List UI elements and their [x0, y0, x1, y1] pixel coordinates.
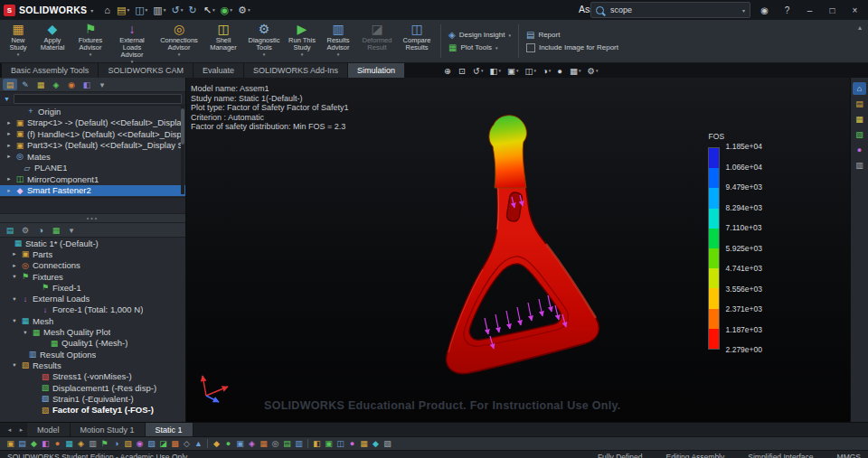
custom-properties-icon[interactable]: ▥ — [853, 159, 866, 172]
close-icon[interactable]: × — [844, 0, 866, 20]
tree-item[interactable]: ▸ ◫ MirrorComponent1 — [0, 173, 185, 185]
status-item[interactable]: MMGS — [837, 453, 861, 458]
tray-tool-icon[interactable]: ▣ — [234, 438, 246, 449]
status-item[interactable]: Editing Assembly — [666, 453, 725, 458]
study-tab[interactable]: Static 1 — [146, 423, 193, 436]
tray-tool-icon[interactable]: ◎ — [269, 438, 281, 449]
print-icon[interactable]: ▥▾ — [150, 2, 168, 18]
ribbon-button[interactable]: ◪ Deformed Result — [358, 21, 396, 61]
tray-tool-icon[interactable]: ▩ — [169, 438, 181, 449]
command-tab[interactable]: SOLIDWORKS Add-Ins — [244, 63, 348, 78]
expander-arrow-icon[interactable]: ▸ — [5, 175, 13, 182]
tree-scrollbar[interactable] — [181, 105, 184, 194]
view-settings-icon[interactable]: ⚙▾ — [584, 64, 600, 77]
zoom-area-icon[interactable]: ⊡ — [456, 64, 469, 77]
tray-tool-icon[interactable]: ▧ — [382, 438, 393, 449]
tree-item[interactable]: ▱ PLANE1 — [0, 163, 185, 174]
view-orientation-icon[interactable]: ▣▾ — [505, 64, 522, 77]
study-plot-icon[interactable]: ▦ — [49, 224, 63, 236]
study-display-icon[interactable]: ◑ — [33, 224, 48, 236]
expander-arrow-icon[interactable]: ▾ — [11, 295, 18, 303]
tree-item[interactable]: ▸ ◆ Smart Fastener2 — [0, 185, 185, 197]
expander-arrow-icon[interactable]: ▸ — [5, 153, 13, 160]
tray-tool-icon[interactable]: ⚑ — [99, 438, 110, 449]
tray-tool-icon[interactable]: ◈ — [75, 438, 87, 449]
tray-tool-icon[interactable]: ▦ — [258, 438, 269, 449]
tray-tool-icon[interactable] — [207, 439, 208, 448]
tree-item[interactable]: ▸ ▣ Parts — [0, 248, 185, 259]
expander-arrow-icon[interactable]: ▸ — [5, 130, 13, 137]
tree-item[interactable]: ▸ ◎ Connections — [0, 260, 185, 271]
options-icon[interactable]: ⚙▾ — [235, 2, 253, 18]
tray-tool-icon[interactable]: ◧ — [311, 438, 323, 449]
panel-splitter[interactable] — [0, 213, 185, 223]
tree-item[interactable]: ▧ Strain1 (-Equivalent-) — [0, 393, 185, 404]
tray-tool-icon[interactable]: ● — [52, 438, 63, 449]
tree-item[interactable]: ▾ ▧ Results — [0, 360, 185, 370]
search-input[interactable] — [609, 5, 738, 15]
expander-arrow-icon[interactable]: ▾ — [11, 317, 18, 324]
tree-item[interactable]: ▧ Displacement1 (-Res disp-) — [0, 382, 185, 393]
study-options-icon[interactable]: ▾ — [64, 224, 79, 236]
tree-item[interactable]: ▾ ▦ Mesh — [0, 315, 185, 326]
select-icon[interactable]: ↖▾ — [201, 2, 218, 18]
tray-tool-icon[interactable]: ◇ — [181, 438, 193, 449]
status-item[interactable]: Fully Defined — [598, 453, 643, 458]
ribbon-button[interactable]: ◫ Compare Results — [398, 21, 436, 61]
study-settings-icon[interactable]: ⚙ — [18, 224, 33, 236]
tray-tool-icon[interactable]: ▤ — [281, 438, 293, 449]
ribbon-button[interactable]: ◆ Apply Material — [34, 21, 71, 61]
command-tab[interactable]: SOLIDWORKS CAM — [99, 63, 193, 78]
filter-input[interactable] — [14, 94, 182, 104]
display-manager-icon[interactable]: ◉ — [64, 79, 79, 90]
zoom-fit-icon[interactable]: ⊕ — [441, 64, 455, 77]
tree-item[interactable]: ▾ ↓ External Loads — [0, 293, 185, 304]
file-explorer-icon[interactable]: ▦ — [853, 113, 866, 126]
pane-options-icon[interactable]: ▾ — [95, 79, 109, 90]
tree-item[interactable]: + Origin — [0, 106, 185, 117]
tray-tool-icon[interactable]: ▦ — [358, 438, 370, 449]
report-button[interactable]: ▤ Report — [526, 31, 618, 40]
ribbon-button[interactable]: ▶ Run This Study ▾ — [286, 21, 318, 61]
dimxpert-manager-icon[interactable]: ◈ — [49, 79, 63, 90]
expander-arrow-icon[interactable]: ▸ — [5, 187, 13, 194]
tree-item[interactable]: ▧ Stress1 (-vonMises-) — [0, 371, 185, 382]
featuremanager-tree-icon[interactable]: ▤ — [3, 79, 17, 90]
tray-tool-icon[interactable]: ▥ — [87, 438, 99, 449]
expander-arrow-icon[interactable]: ▾ — [11, 361, 18, 369]
tree-item[interactable]: ▸ ▣ Strap<1> -> (Default) <<Default>_Dis… — [0, 117, 185, 129]
section-view-icon[interactable]: ◧▾ — [486, 64, 504, 77]
tree-item[interactable]: ↓ Force-1 (Total: 1,000 N) — [0, 304, 185, 315]
help-icon[interactable]: ? — [776, 0, 798, 20]
minimize-icon[interactable]: – — [798, 0, 821, 20]
expander-arrow-icon[interactable]: ▸ — [5, 119, 13, 126]
tray-tool-icon[interactable]: ◫ — [335, 438, 346, 449]
ribbon-button[interactable]: ▥ Results Advisor ▾ — [320, 21, 356, 61]
tree-item[interactable]: ▸ ◎ Mates — [0, 151, 185, 163]
command-tab[interactable]: Simulation — [348, 63, 405, 78]
tray-tool-icon[interactable]: ▲ — [193, 438, 204, 449]
plot-tools-button[interactable]: ▦ Plot Tools ▾ — [448, 43, 511, 52]
tray-tool-icon[interactable]: ◑ — [110, 438, 122, 449]
graphics-viewport[interactable]: Model name: Assem1Study name: Static 1(-… — [186, 78, 850, 422]
tray-tool-icon[interactable]: ▤ — [16, 438, 28, 449]
rebuild-icon[interactable]: ◉▾ — [218, 2, 235, 18]
tree-item[interactable]: ▾ ⚑ Fixtures — [0, 271, 185, 282]
study-tree-icon[interactable]: ▤ — [3, 224, 17, 236]
model-tabs-scroll-right-icon[interactable]: ▸ — [15, 423, 27, 436]
status-item[interactable]: Simplified Interface — [748, 453, 813, 458]
account-icon[interactable]: ◉ — [753, 0, 776, 20]
model-tabs-scroll-left-icon[interactable]: ◂ — [4, 423, 15, 436]
tray-tool-icon[interactable]: ◪ — [157, 438, 169, 449]
solidworks-logo[interactable]: S SOLIDWORKS ▾ — [4, 5, 93, 16]
tray-tool-icon[interactable]: ● — [222, 438, 234, 449]
previous-view-icon[interactable]: ↺▾ — [470, 64, 486, 77]
tray-tool-icon[interactable]: ▧ — [122, 438, 134, 449]
tray-tool-icon[interactable]: ◆ — [370, 438, 382, 449]
tree-item[interactable]: ▸ ▣ (f) Handle<1> (Default) <<Default>_D… — [0, 128, 185, 140]
solidworks-resources-icon[interactable]: ⌂ — [853, 82, 866, 95]
search-box[interactable]: ▾ — [590, 2, 750, 18]
cam-tree-icon[interactable]: ◧ — [80, 79, 94, 90]
tray-tool-icon[interactable]: ▣ — [5, 438, 16, 449]
ribbon-button[interactable]: ⚑ Fixtures Advisor ▾ — [72, 21, 108, 61]
